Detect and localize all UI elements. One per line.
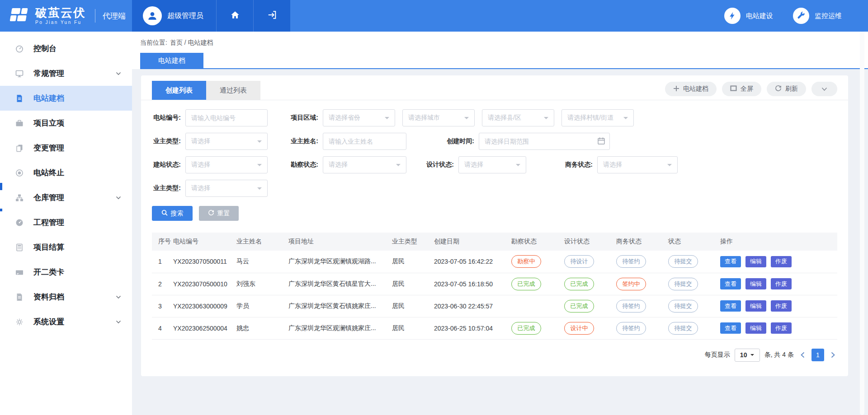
sidebar-item-general-mgmt[interactable]: 常规管理 <box>0 61 132 86</box>
gear-icon <box>14 317 24 327</box>
station-archive-card: 创建列表 通过列表 电站建档 全屏 刷新 <box>141 75 848 376</box>
caret-down-icon <box>257 140 262 145</box>
void-button[interactable]: 作废 <box>771 256 792 267</box>
build-status-select[interactable]: 请选择 <box>185 156 268 173</box>
sidebar-item-engineering-mgmt[interactable]: 工程管理 <box>0 210 132 235</box>
design-status-select[interactable]: 请选择 <box>458 156 526 173</box>
sidebar-item-system-settings[interactable]: 系统设置 <box>0 309 132 334</box>
edit-button[interactable]: 编辑 <box>745 300 766 312</box>
edit-button[interactable]: 编辑 <box>745 256 766 267</box>
station-no-label: 电站编号: <box>152 114 185 122</box>
sidebar-item-data-archive[interactable]: 资料归档 <box>0 284 132 309</box>
sidebar-item-station-terminate[interactable]: 电站终止 <box>0 160 132 185</box>
wrench-icon <box>793 8 809 24</box>
sidebar-item-label: 变更管理 <box>33 143 121 153</box>
disc-icon <box>14 168 24 178</box>
build-status-label: 建站状态: <box>152 161 185 169</box>
view-button[interactable]: 查看 <box>720 322 741 334</box>
city-select[interactable]: 请选择城市 <box>402 109 475 126</box>
briefcase-icon <box>14 118 24 128</box>
owner-type2-select[interactable]: 请选择 <box>185 180 268 197</box>
edit-button[interactable]: 编辑 <box>745 278 766 289</box>
create-station-button[interactable]: 电站建档 <box>665 82 717 96</box>
sidebar-item-label: 系统设置 <box>33 317 107 327</box>
survey-status-select[interactable]: 请选择 <box>323 156 406 173</box>
tab-create-list[interactable]: 创建列表 <box>152 81 206 100</box>
view-button[interactable]: 查看 <box>720 256 741 267</box>
status-badge: 待提交 <box>668 278 698 290</box>
station-build-link[interactable]: 电站建设 <box>724 8 773 24</box>
province-select[interactable]: 请选择省份 <box>323 109 395 126</box>
total-count-label: 条, 共 4 条 <box>764 351 794 359</box>
table-row: 4 YX2023062500004 姚忠 广东深圳龙华区观澜镇姚家庄... 居民… <box>152 317 837 339</box>
reset-button[interactable]: 重置 <box>199 206 239 221</box>
calculator-icon <box>14 242 24 252</box>
tab-passed-list[interactable]: 通过列表 <box>206 81 260 100</box>
sidebar-item-warehouse-mgmt[interactable]: 仓库管理 <box>0 185 132 210</box>
caret-down-icon <box>257 164 262 168</box>
chevron-down-icon <box>116 295 121 299</box>
chevron-down-icon <box>116 72 121 75</box>
owner-name-input[interactable] <box>323 133 406 150</box>
caret-down-icon <box>396 164 401 168</box>
owner-type2-label: 业主类型: <box>152 184 185 192</box>
home-button[interactable] <box>216 0 253 32</box>
collapse-toolbar-button[interactable] <box>811 82 837 96</box>
prev-page-button[interactable] <box>798 352 807 358</box>
logout-button[interactable] <box>253 0 290 32</box>
owner-type-select[interactable]: 请选择 <box>185 133 268 150</box>
void-button[interactable]: 作废 <box>771 278 792 289</box>
sidebar-item-label: 控制台 <box>33 43 121 54</box>
page-tab-station-archive[interactable]: 电站建档 <box>140 53 203 68</box>
per-page-select[interactable]: 10 <box>735 349 760 362</box>
filter-form: 电站编号: 项目区域: 请选择省份 请选择城市 请选择县/区 请选择村镇/街道 … <box>141 100 848 221</box>
view-button[interactable]: 查看 <box>720 300 741 312</box>
view-button[interactable]: 查看 <box>720 278 741 289</box>
sidebar-item-open-card[interactable]: 开二类卡 <box>0 260 132 284</box>
table-row: 1 YX2023070500011 马云 广东深圳龙华区观澜镇观湖路... 居民… <box>152 251 837 273</box>
table-row: 2 YX2023070500010 刘强东 广东深圳龙华区黄石镇星官大... 居… <box>152 273 837 295</box>
station-no-input[interactable] <box>185 109 268 126</box>
create-time-range-input[interactable] <box>479 133 610 150</box>
sidebar-item-project-setup[interactable]: 项目立项 <box>0 111 132 135</box>
brand-subtitle: Po Jian Yun Fu <box>35 20 86 25</box>
col-design-status: 设计状态 <box>564 233 616 251</box>
status-badge: 勘察中 <box>511 255 541 268</box>
user-name: 超级管理员 <box>167 11 203 21</box>
town-select[interactable]: 请选择村镇/街道 <box>561 109 634 126</box>
survey-status-label: 勘察状态: <box>290 161 323 169</box>
page-number-button[interactable]: 1 <box>811 349 824 361</box>
status-badge: 待提交 <box>668 300 698 312</box>
district-select[interactable]: 请选择县/区 <box>482 109 554 126</box>
status-badge: 签约中 <box>616 278 646 290</box>
edit-button[interactable]: 编辑 <box>745 322 766 334</box>
sidebar-item-console[interactable]: 控制台 <box>0 36 132 61</box>
refresh-button[interactable]: 刷新 <box>767 82 806 96</box>
breadcrumb-path[interactable]: 首页 / 电站建档 <box>170 39 213 47</box>
caret-down-icon <box>750 354 754 358</box>
void-button[interactable]: 作废 <box>771 300 792 312</box>
sidebar-item-station-archive[interactable]: 电站建档 <box>0 86 132 111</box>
chevron-down-icon <box>116 320 121 324</box>
col-survey-status: 勘察状态 <box>511 233 564 251</box>
sidebar-item-change-mgmt[interactable]: 变更管理 <box>0 135 132 160</box>
col-owner-name: 业主姓名 <box>236 233 288 251</box>
chevron-down-icon <box>116 196 121 200</box>
search-button[interactable]: 搜索 <box>152 206 193 221</box>
caret-down-icon <box>385 117 389 121</box>
next-page-button[interactable] <box>829 352 837 358</box>
monitor-ops-link[interactable]: 监控运维 <box>793 8 842 24</box>
sidebar-item-project-settlement[interactable]: 项目结算 <box>0 235 132 260</box>
id-card-icon <box>14 267 24 277</box>
scrollbar[interactable] <box>860 32 864 415</box>
dashboard-icon <box>14 44 24 54</box>
business-status-select[interactable]: 请选择 <box>597 156 678 173</box>
status-badge: 待签约 <box>616 255 646 268</box>
fullscreen-button[interactable]: 全屏 <box>722 82 761 96</box>
void-button[interactable]: 作废 <box>771 322 792 334</box>
brand-divider <box>95 9 95 23</box>
caret-down-icon <box>516 164 520 168</box>
col-no: 序号 <box>152 233 173 251</box>
user-box[interactable]: 超级管理员 <box>132 0 216 32</box>
station-build-label: 电站建设 <box>746 12 773 20</box>
